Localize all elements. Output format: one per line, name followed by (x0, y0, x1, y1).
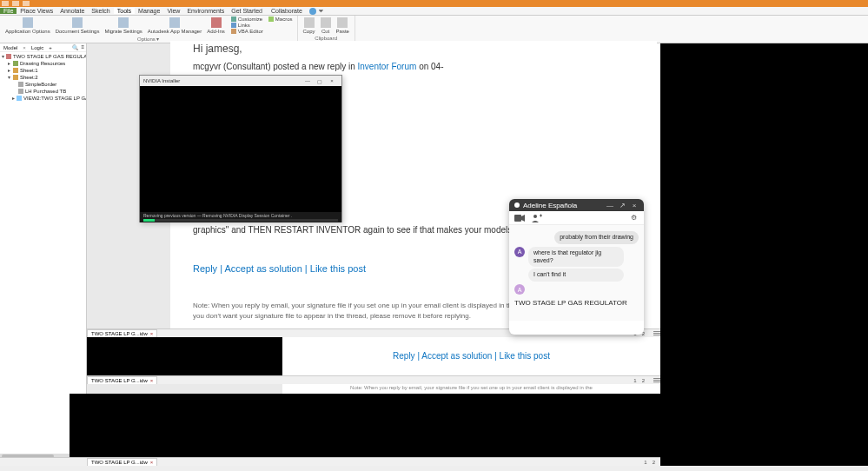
sheet-page-1c[interactable]: 1 (644, 460, 646, 465)
browser-tab-logic[interactable]: Logic (30, 45, 45, 50)
tab-annotate[interactable]: Annotate (56, 8, 88, 14)
browser-menu-icon[interactable]: ≡ (81, 44, 84, 50)
tree-simpleborder[interactable]: SimpleBorder (0, 81, 86, 88)
document-tab-strip-2: TWO STAGE LP G...idw × 1 2 (87, 375, 660, 384)
browser-tab-add[interactable]: + (47, 45, 54, 50)
chat-file-attachment[interactable]: TWO STAGE LP GAS REGULATOR (514, 297, 639, 308)
chat-minimize-icon[interactable]: — (606, 202, 614, 209)
nvidia-status-text: Removing previous version — Removing NVI… (143, 213, 338, 218)
chat-msg-1: probably from their drawing (554, 231, 639, 244)
lower-note-text: Note: When you reply by email, your sign… (282, 384, 660, 394)
svg-rect-0 (514, 215, 521, 222)
add-person-icon[interactable] (532, 214, 542, 222)
document-tab-1[interactable]: TWO STAGE LP G...idw × (87, 329, 157, 337)
chat-settings-icon[interactable]: ⚙ (628, 214, 639, 222)
chat-msg-2: where is that regulator jig saved? (528, 247, 624, 268)
chat-avatar: A (514, 247, 525, 257)
chat-avatar-2: A (514, 284, 525, 295)
document-tab-bottom-close-icon[interactable]: × (150, 460, 154, 465)
migrate-settings-button[interactable]: Migrate Settings (102, 17, 144, 35)
tab-view[interactable]: View (163, 8, 183, 14)
tree-sheet-2[interactable]: ▾Sheet:2 (0, 74, 86, 81)
browser-tab-model[interactable]: Model (2, 45, 19, 50)
document-tab-2[interactable]: TWO STAGE LP G...idw × (87, 376, 157, 384)
like-post-link[interactable]: Like this post (310, 263, 366, 274)
add-ins-button[interactable]: Add-Ins (204, 17, 228, 35)
tab-get-started[interactable]: Get Started (228, 8, 266, 14)
tab-environments[interactable]: Environments (183, 8, 228, 14)
sheet-page-2b[interactable]: 2 (642, 378, 645, 383)
tab-place-views[interactable]: Place Views (17, 8, 56, 14)
document-tab-2-close-icon[interactable]: × (150, 378, 154, 383)
tree-sheet-1[interactable]: ▸Sheet:1 (0, 67, 86, 74)
nvidia-installer-window[interactable]: NVIDIA Installer — ▢ × Removing previous… (139, 75, 342, 222)
copy-button[interactable]: Copy (301, 17, 318, 35)
mail-greeting: Hi jamesg, (193, 42, 549, 56)
document-tab-1-close-icon[interactable]: × (150, 331, 154, 336)
tree-titleblock[interactable]: LH Purchased TB (0, 88, 86, 95)
qat-save-icon[interactable] (2, 1, 9, 6)
sheet-page-1b[interactable]: 1 (633, 378, 636, 383)
like-post-link-2[interactable]: Like this post (500, 351, 550, 361)
app-title-bar (0, 0, 868, 7)
nvidia-title-text: NVIDIA Installer (143, 78, 301, 83)
tab-file[interactable]: File (0, 8, 17, 14)
chat-presence-icon (514, 202, 520, 208)
app-manager-button[interactable]: Autodesk App Manager (145, 17, 204, 35)
tree-drawing-resources[interactable]: ▸Drawing Resources (0, 60, 86, 67)
sheet-page-2c[interactable]: 2 (653, 460, 655, 465)
vba-editor-button[interactable]: VBA Editor (229, 29, 265, 34)
secondary-viewport-2[interactable]: Note: When you reply by email, your sign… (87, 384, 660, 394)
reply-link-2[interactable]: Reply (393, 351, 415, 361)
application-options-button[interactable]: Application Options (3, 17, 53, 35)
chat-popout-icon[interactable]: ↗ (618, 202, 626, 209)
secondary-viewport-1[interactable]: Reply | Accept as solution | Like this p… (87, 337, 660, 375)
nvidia-close-icon[interactable]: × (326, 78, 338, 83)
chat-close-icon[interactable]: × (630, 202, 639, 209)
qat-redo-icon[interactable] (23, 1, 30, 6)
svg-point-1 (533, 215, 537, 218)
nvidia-progress-bar (143, 219, 338, 222)
options-group-label: Options ▾ (137, 35, 159, 43)
nvidia-minimize-icon[interactable]: — (301, 78, 314, 83)
chat-msg-3: I can't find it (528, 269, 624, 282)
tab-collaborate[interactable]: Collaborate (268, 8, 306, 14)
right-void (660, 43, 868, 471)
tree-root[interactable]: ▾TWO STAGE LP GAS REGULATOR Fairview GR-… (0, 53, 86, 60)
hangouts-chat-window[interactable]: Adeline Española — ↗ × ⚙ probably from t… (509, 199, 644, 335)
tab-manage[interactable]: Manage (135, 8, 163, 14)
browser-search-icon[interactable]: 🔍 (72, 44, 78, 50)
tree-view2[interactable]: ▸VIEW2:TWO STAGE LP GAS REGULATOR F (0, 95, 86, 102)
empty-viewport (70, 394, 660, 459)
chat-contact-name: Adeline Española (523, 202, 602, 209)
status-bar (0, 466, 868, 471)
browser-tree: ▾TWO STAGE LP GAS REGULATOR Fairview GR-… (0, 52, 86, 103)
document-tab-bottom[interactable]: TWO STAGE LP G...idw × (87, 458, 157, 466)
reply-link[interactable]: Reply (193, 263, 217, 274)
tab-tools[interactable]: Tools (114, 8, 135, 14)
strip-menu-icon-2[interactable] (653, 378, 660, 382)
nvidia-maximize-icon[interactable]: ▢ (314, 78, 326, 84)
video-call-icon[interactable] (514, 214, 525, 222)
ribbon-body: Application Options Document Settings Mi… (0, 16, 868, 43)
chat-messages: probably from their drawing A where is t… (509, 225, 644, 321)
mail-footnote: Note: When you reply by email, your sign… (193, 301, 549, 320)
links-button[interactable]: Links (229, 23, 265, 28)
accept-solution-link[interactable]: Accept as solution (225, 263, 302, 274)
macros-button[interactable]: Macros (267, 17, 295, 22)
accept-solution-link-2[interactable]: Accept as solution (421, 351, 492, 361)
ribbon-overflow-icon[interactable]: ⏷ (318, 8, 324, 14)
strip-menu-icon[interactable] (653, 331, 660, 335)
document-settings-button[interactable]: Document Settings (53, 17, 103, 35)
tab-sketch[interactable]: Sketch (88, 8, 113, 14)
document-tab-strip-bottom: TWO STAGE LP G...idw × 1 2 (0, 457, 660, 466)
cut-button[interactable]: Cut (318, 17, 334, 35)
ribbon-tab-row: File Place Views Annotate Sketch Tools M… (0, 7, 868, 16)
qat-undo-icon[interactable] (12, 1, 19, 6)
inventor-forum-link[interactable]: Inventor Forum (358, 62, 417, 71)
nvidia-body (140, 86, 341, 212)
customize-button[interactable]: Customize (229, 17, 265, 22)
paste-button[interactable]: Paste (334, 17, 352, 35)
collab-icon[interactable] (309, 8, 316, 15)
